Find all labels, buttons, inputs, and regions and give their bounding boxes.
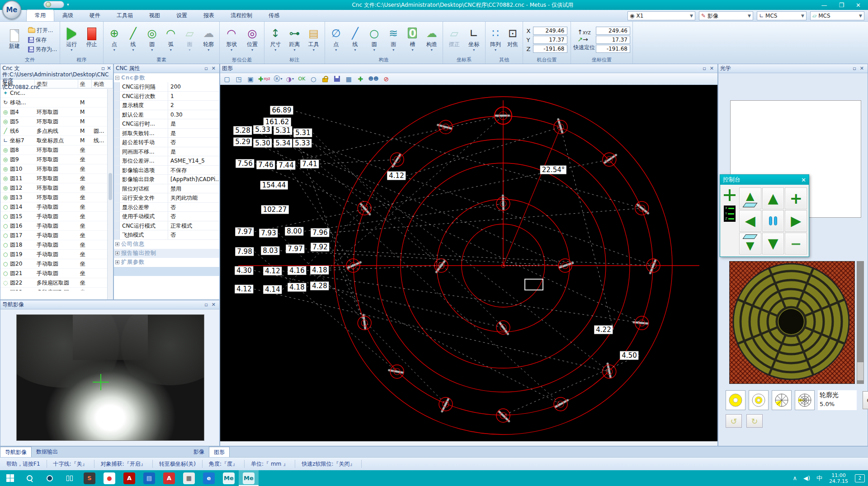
dropdown-arrow-icon[interactable]: ▾ bbox=[132, 49, 134, 52]
probe-selector[interactable]: ◉X1▼ bbox=[627, 11, 695, 20]
chevron-down-icon[interactable]: ▼ bbox=[690, 14, 695, 18]
tools-folder-button[interactable]: ▤工具▾ bbox=[305, 27, 323, 53]
panel-pin-icon[interactable]: ▫ bbox=[203, 302, 209, 308]
taskbar-app-calc[interactable]: ▦ bbox=[179, 470, 199, 486]
array-button[interactable]: ∷阵列▾ bbox=[487, 27, 504, 53]
prop-row-15[interactable]: CNC运行模式正常模式 bbox=[114, 221, 219, 231]
zoom-out-button[interactable]: − bbox=[785, 233, 807, 254]
construct-line-button[interactable]: ╱线▾ bbox=[346, 27, 364, 53]
notification-center-button[interactable]: 2 bbox=[852, 470, 868, 486]
dropdown-arrow-icon[interactable]: ▾ bbox=[354, 49, 356, 52]
taskbar-app-photos[interactable]: S bbox=[80, 470, 99, 486]
grid-icon[interactable]: ▦ bbox=[343, 74, 354, 84]
prop-row-7[interactable]: 同画面不移...是 bbox=[114, 147, 219, 157]
dropdown-arrow-icon[interactable]: ▾ bbox=[151, 49, 153, 52]
quick-access-toolbar[interactable]: ▾ bbox=[43, 1, 69, 8]
dropdown-arrow-icon[interactable]: ▾ bbox=[431, 49, 433, 52]
ribbon-tab-7[interactable]: 流程控制 bbox=[222, 10, 260, 21]
prop-group-collapsed-1[interactable]: 报告输出控制 bbox=[114, 249, 219, 258]
panel-close-icon[interactable]: ✕ bbox=[708, 65, 716, 71]
coordinate-button[interactable]: ∟坐标▾ bbox=[465, 27, 484, 53]
dropdown-arrow-icon[interactable]: ▾ bbox=[251, 49, 253, 52]
expand-plus-icon[interactable] bbox=[115, 251, 119, 255]
save-button[interactable]: 保存 bbox=[28, 36, 47, 44]
dropdown-arrow-icon[interactable]: ▾ bbox=[335, 49, 337, 52]
prop-row-12[interactable]: 运行安全文件关闭此功能 bbox=[114, 193, 219, 203]
sensor-selector[interactable]: ✎影像▼ bbox=[699, 11, 753, 20]
sector-light-icon[interactable] bbox=[772, 390, 792, 410]
rotate-cw-icon[interactable]: ↻ bbox=[746, 414, 763, 428]
taskbar-app-pdf[interactable]: A bbox=[119, 470, 139, 486]
tray-chevron-icon[interactable]: ∧ bbox=[789, 470, 800, 486]
dropdown-arrow-icon[interactable]: ▾ bbox=[208, 49, 209, 52]
prop-row-4[interactable]: CNC运行时...是 bbox=[114, 119, 219, 129]
prop-row-1[interactable]: CNC运行次数1 bbox=[114, 92, 219, 101]
quick-position-button[interactable]: ↑XYZ↗→快速定位 bbox=[573, 28, 595, 51]
tree-row-圆8[interactable]: ◎圆8环形取圆坐 bbox=[0, 145, 113, 155]
prop-row-8[interactable]: 形位公差评...ASME_Y14_5 bbox=[114, 156, 219, 166]
machine-cs-selector[interactable]: ∟MCS▼ bbox=[757, 11, 807, 20]
input-method-indicator[interactable]: 中 bbox=[813, 470, 826, 486]
circle-tool-icon[interactable]: ○ bbox=[308, 74, 319, 84]
taskbar-app-acrobat[interactable]: A bbox=[159, 470, 179, 486]
chevron-down-icon[interactable]: ▼ bbox=[859, 14, 864, 18]
panel-close-icon[interactable]: ✕ bbox=[210, 302, 217, 308]
panel-pin-icon[interactable]: ▫ bbox=[701, 65, 708, 71]
dropdown-arrow-icon[interactable]: ▾ bbox=[392, 49, 394, 52]
prop-row-3[interactable]: 默认公差0.30 bbox=[114, 110, 219, 120]
z-down-button[interactable]: ▼ bbox=[739, 233, 761, 254]
add-icon[interactable]: ✚ bbox=[355, 74, 366, 84]
dropdown-arrow-icon[interactable]: ▾ bbox=[113, 49, 115, 52]
prop-row-9[interactable]: 影像输出选项不保存 bbox=[114, 166, 219, 175]
prop-group-cnc-params[interactable]: Cnc参数 bbox=[114, 73, 219, 82]
taskbar-app-metus-2[interactable]: Me bbox=[239, 470, 259, 486]
camera-preview[interactable] bbox=[17, 315, 204, 440]
y-plus-button[interactable]: ▲ bbox=[762, 187, 784, 209]
taskbar-app-metus-1[interactable]: Me bbox=[219, 470, 239, 486]
ribbon-tab-1[interactable]: 高级 bbox=[54, 10, 81, 21]
construct-plane-button[interactable]: ≋面▾ bbox=[384, 27, 402, 53]
users-icon[interactable]: ☻☻ bbox=[367, 74, 380, 84]
dropdown-arrow-icon[interactable]: ▾ bbox=[71, 49, 72, 52]
tree-row-圆17[interactable]: ○圆17手动取圆坐 bbox=[0, 231, 113, 240]
light-off-button[interactable]: OFF bbox=[863, 391, 868, 409]
cortana-button[interactable] bbox=[40, 470, 60, 486]
console-close-icon[interactable]: ✕ bbox=[801, 177, 806, 183]
prop-row-14[interactable]: 使用手动模式否 bbox=[114, 212, 219, 221]
palette-icon[interactable]: ◑▾ bbox=[284, 74, 295, 84]
ribbon-tab-6[interactable]: 报表 bbox=[195, 10, 222, 21]
coaxial-light-icon[interactable] bbox=[749, 390, 769, 410]
tree-row-圆12[interactable]: ◎圆12环形取圆坐 bbox=[0, 183, 113, 193]
panel-pin-icon[interactable]: ▫ bbox=[203, 65, 209, 71]
panel-pin-icon[interactable]: ▫ bbox=[851, 65, 858, 71]
ribbon-tab-5[interactable]: 设置 bbox=[168, 10, 195, 21]
dropdown-arrow-icon[interactable]: ▾ bbox=[170, 49, 172, 52]
taskbar-app-red-dot[interactable]: ● bbox=[99, 470, 119, 486]
dropdown-arrow-icon[interactable]: ▾ bbox=[473, 49, 475, 52]
dropdown-arrow-icon[interactable]: ▾ bbox=[293, 49, 295, 52]
search-button[interactable] bbox=[20, 470, 40, 486]
tree-row-线6[interactable]: ╱线6多点构线M圆... bbox=[0, 126, 113, 136]
tree-scrollbar[interactable] bbox=[107, 89, 113, 299]
ribbon-tab-4[interactable]: 视图 bbox=[141, 10, 168, 21]
tree-row-圆9[interactable]: ◎圆9环形取圆坐 bbox=[0, 155, 113, 164]
open-folder-button[interactable]: 打开... bbox=[28, 26, 53, 34]
taskbar-app-files[interactable]: ▤ bbox=[139, 470, 159, 486]
new-file-button[interactable]: 新建 bbox=[3, 28, 26, 51]
prop-row-6[interactable]: 超公差转手动否 bbox=[114, 138, 219, 147]
restore-button[interactable]: ❐ bbox=[839, 2, 844, 9]
quick-access-dropdown-icon[interactable]: ▾ bbox=[67, 2, 69, 7]
tree-row-圆18[interactable]: ○圆18手动取圆坐 bbox=[0, 240, 113, 250]
tree-row-圆11[interactable]: ◎圆11环形取圆坐 bbox=[0, 174, 113, 183]
multi-ring-sector-icon[interactable] bbox=[795, 390, 815, 410]
expand-plus-icon[interactable] bbox=[115, 242, 119, 246]
save-view-icon[interactable] bbox=[331, 74, 342, 84]
prop-row-13[interactable]: 显示公差带否 bbox=[114, 203, 219, 212]
dropdown-arrow-icon[interactable]: ▾ bbox=[313, 49, 315, 52]
line-button[interactable]: ╱线▾ bbox=[124, 27, 142, 53]
tree-row-坐标7[interactable]: ∟坐标7取坐标原点M线... bbox=[0, 136, 113, 145]
lock-icon[interactable] bbox=[320, 74, 330, 84]
ribbon-tab-2[interactable]: 硬件 bbox=[81, 10, 108, 21]
ribbon-tab-8[interactable]: 传感 bbox=[260, 10, 288, 21]
dropdown-arrow-icon[interactable]: ▾ bbox=[189, 49, 191, 52]
